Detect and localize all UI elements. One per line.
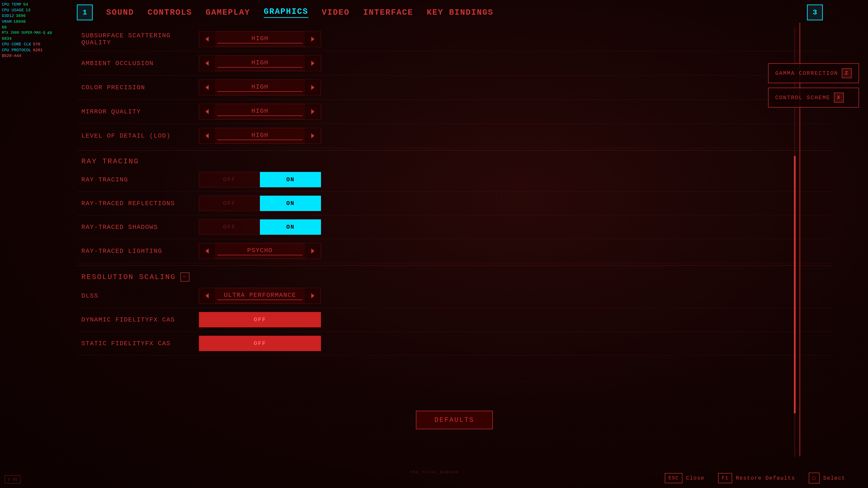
toggle-off-dynamic-fidelity[interactable]: OFF	[199, 312, 321, 327]
arrow-control-lod: High	[199, 128, 321, 144]
setting-label-static-fidelity: Static FidelityFX CAS	[81, 340, 199, 347]
setting-row-ambient: Ambient Occlusion High	[77, 51, 832, 75]
arrow-left-dlss[interactable]	[199, 288, 215, 304]
control-scheme-button[interactable]: CONTROL SCHEME X	[768, 88, 859, 107]
scrollbar-thumb[interactable]	[794, 156, 796, 414]
settings-list: Subsurface Scattering Quality High	[77, 27, 832, 355]
arrow-right-dlss[interactable]	[305, 288, 321, 304]
right-panel: GAMMA CORRECTION Z CONTROL SCHEME X	[768, 63, 859, 107]
setting-row-color-precision: Color Precision High	[77, 75, 832, 100]
arrow-right-ambient[interactable]	[305, 55, 321, 71]
svg-marker-12	[206, 293, 209, 298]
toggle-static-fidelity: OFF	[199, 336, 321, 351]
arrow-value-color-precision: High	[217, 84, 303, 92]
svg-marker-5	[311, 85, 314, 90]
toggle-on-ray-tracing[interactable]: ON	[260, 172, 321, 187]
tab-controls[interactable]: CONTROLS	[148, 8, 192, 17]
tab-interface[interactable]: INTERFACE	[363, 8, 413, 17]
close-label: Close	[686, 475, 705, 481]
setting-control-dlss: Ultra Performance	[199, 288, 321, 304]
toggle-off-ray-shadows[interactable]: OFF	[199, 219, 260, 235]
setting-label-ray-reflections: Ray-Traced Reflections	[81, 200, 199, 207]
debug-cpu-temp-val: 54	[23, 2, 28, 7]
arrow-left-color-precision[interactable]	[199, 79, 215, 95]
tab-sound[interactable]: SOUND	[106, 8, 134, 17]
toggle-ray-shadows: OFF ON	[199, 219, 321, 235]
tab-gameplay[interactable]: GAMEPLAY	[206, 8, 250, 17]
svg-marker-8	[206, 133, 209, 138]
setting-control-lod: High	[199, 128, 321, 144]
arrow-control-mirror-quality: High	[199, 104, 321, 120]
toggle-on-ray-shadows[interactable]: ON	[260, 219, 321, 235]
control-scheme-label: CONTROL SCHEME	[775, 95, 831, 101]
setting-label-color-precision: Color Precision	[81, 84, 199, 91]
setting-control-subsurface: High	[199, 31, 321, 47]
resolution-scaling-collapse[interactable]: −	[180, 272, 189, 282]
arrow-control-color-precision: High	[199, 79, 321, 95]
toggle-ray-reflections: OFF ON	[199, 196, 321, 211]
nav-badge-right[interactable]: 3	[807, 4, 823, 20]
close-key: ESC	[665, 473, 682, 483]
toggle-off-ray-reflections[interactable]: OFF	[199, 196, 260, 211]
svg-marker-3	[311, 61, 314, 66]
arrow-right-color-precision[interactable]	[305, 79, 321, 95]
gamma-correction-label: GAMMA CORRECTION	[775, 70, 838, 76]
debug-vram-label: VRAM	[2, 19, 11, 25]
setting-row-ray-shadows: Ray-Traced Shadows OFF ON	[77, 215, 832, 239]
arrow-right-lod[interactable]	[305, 128, 321, 144]
debug-cpu-clk-val: 570	[33, 41, 40, 47]
setting-control-mirror-quality: High	[199, 104, 321, 120]
arrow-control-subsurface: High	[199, 31, 321, 47]
toggle-on-ray-reflections[interactable]: ON	[260, 196, 321, 211]
arrow-left-mirror-quality[interactable]	[199, 104, 215, 120]
debug-gpu2-val: 6834	[2, 36, 11, 41]
svg-marker-10	[206, 249, 209, 254]
arrow-value-mirror-quality: High	[217, 107, 303, 116]
select-key-icon: ⬡	[809, 473, 819, 484]
tab-key-bindings[interactable]: KEY BINDINGS	[427, 8, 493, 17]
setting-row-static-fidelity: Static FidelityFX CAS OFF	[77, 332, 832, 355]
action-restore-defaults[interactable]: F1 Restore Defaults	[718, 473, 795, 483]
svg-marker-1	[311, 37, 314, 41]
nav-badge-left[interactable]: 1	[77, 4, 93, 20]
debug-gpu-val: 49	[47, 30, 52, 36]
defaults-button[interactable]: DEFAULTS	[416, 411, 493, 429]
control-scheme-key: X	[834, 93, 844, 103]
arrow-right-ray-lighting[interactable]	[305, 243, 321, 259]
toggle-dynamic-fidelity: OFF	[199, 312, 321, 327]
restore-key: F1	[718, 473, 732, 483]
action-select[interactable]: ⬡ Select	[809, 473, 845, 484]
action-close[interactable]: ESC Close	[665, 473, 705, 483]
arrow-right-subsurface[interactable]	[305, 31, 321, 47]
arrow-control-ambient: High	[199, 55, 321, 71]
arrow-value-ray-lighting: Psycho	[217, 247, 303, 255]
debug-fps-val: 60	[2, 25, 7, 30]
arrow-left-ambient[interactable]	[199, 55, 215, 71]
version-badge: V 85	[4, 475, 21, 484]
section-resolution-scaling: Resolution Scaling −	[77, 265, 832, 284]
tab-graphics[interactable]: GRAPHICS	[264, 7, 308, 18]
setting-control-ray-lighting: Psycho	[199, 243, 321, 259]
arrow-value-ambient: High	[217, 59, 303, 68]
debug-panel: CPU TEMP 54 CPU USAGE 13 D3D12 3896 VRAM…	[0, 0, 54, 61]
top-navigation: 1 SOUND CONTROLS GAMEPLAY GRAPHICS VIDEO…	[77, 4, 823, 20]
debug-cpu-usage-val: 13	[26, 7, 31, 13]
debug-protocol-label: CPU PROTOCOL	[2, 47, 31, 53]
arrow-left-subsurface[interactable]	[199, 31, 215, 47]
toggle-off-ray-tracing[interactable]: OFF	[199, 172, 260, 187]
debug-protocol-val: 6201	[33, 47, 43, 53]
setting-label-ray-shadows: Ray-Traced Shadows	[81, 224, 199, 231]
settings-panel: Subsurface Scattering Quality High	[77, 23, 832, 461]
arrow-left-lod[interactable]	[199, 128, 215, 144]
arrow-value-subsurface: High	[217, 35, 303, 43]
gamma-correction-button[interactable]: GAMMA CORRECTION Z	[768, 63, 859, 83]
arrow-left-ray-lighting[interactable]	[199, 243, 215, 259]
tab-video[interactable]: VIDEO	[322, 8, 350, 17]
arrow-right-mirror-quality[interactable]	[305, 104, 321, 120]
gamma-correction-key: Z	[842, 68, 852, 78]
setting-row-ray-tracing: Ray Tracing OFF ON	[77, 168, 832, 192]
setting-label-dynamic-fidelity: Dynamic FidelityFX CAS	[81, 316, 199, 323]
debug-extra-val: $520-A44	[2, 53, 21, 59]
toggle-off-static-fidelity[interactable]: OFF	[199, 336, 321, 351]
setting-control-dynamic-fidelity: OFF	[199, 312, 321, 327]
